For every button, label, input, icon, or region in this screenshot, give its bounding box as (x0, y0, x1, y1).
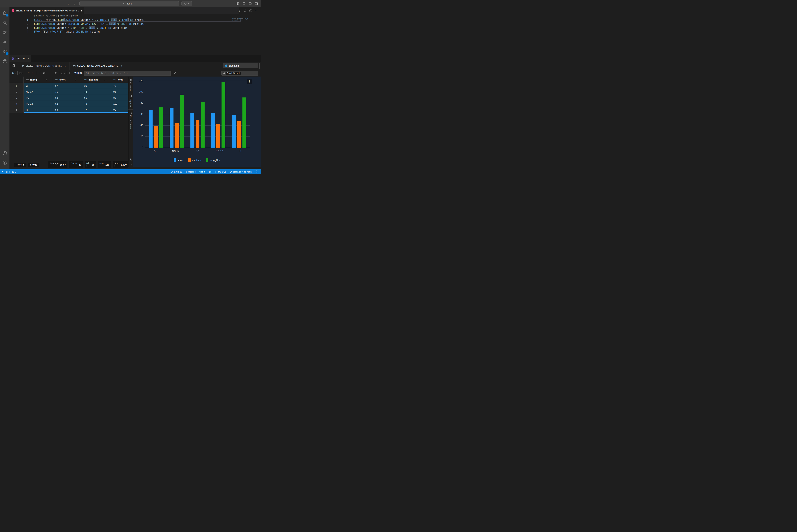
undo-button[interactable]: ↶ (26, 71, 31, 75)
table-row[interactable]: 4PG-136243118 (10, 101, 128, 107)
column-menu-icon[interactable]: ⋮ (107, 78, 109, 81)
column-header-rating[interactable]: abcrating⋮ (23, 77, 53, 83)
sidebar-item-explorer[interactable]: 1 (1, 9, 9, 17)
funnel-icon[interactable] (45, 78, 47, 81)
export-button[interactable] (68, 71, 72, 75)
codelens-database[interactable]: sakila.db (58, 15, 68, 17)
copilot-button[interactable] (181, 1, 192, 6)
database-selector[interactable]: sakila.db (223, 63, 258, 68)
table-cell[interactable]: 118 (111, 101, 128, 107)
bell-icon[interactable] (255, 170, 258, 173)
code-editor[interactable]: 1SELECT rating, SUM(CASE WHEN length < 9… (10, 18, 260, 55)
add-row-button[interactable]: + (38, 71, 42, 75)
tab-export-share[interactable]: Export / Share (128, 110, 133, 131)
cursor-position[interactable]: Ln 1, Col 52 (171, 171, 182, 173)
sidebar-item-database[interactable] (1, 57, 9, 65)
panel-tab-dbcode[interactable]: DBCode ✕ (10, 55, 31, 62)
table-cell[interactable]: R (23, 107, 53, 113)
codelens-explain[interactable]: Explain (46, 15, 55, 17)
table-cell[interactable]: 39 (82, 83, 111, 89)
table-cell[interactable]: 95 (111, 89, 128, 95)
table-cell[interactable]: NC-17 (23, 89, 53, 95)
sql-filter-input[interactable] (84, 71, 171, 76)
toggle-secondary-sidebar-icon[interactable] (255, 2, 258, 5)
table-cell[interactable]: PG (23, 95, 53, 101)
funnel-icon[interactable] (74, 78, 76, 81)
duplicate-row-button[interactable] (42, 71, 47, 75)
split-editor-icon[interactable] (249, 9, 252, 12)
filter-button[interactable] (173, 71, 177, 75)
panel-more-icon[interactable]: ⋯ (254, 55, 260, 62)
db-connection[interactable]: sakila.db › main (230, 170, 252, 173)
table-cell[interactable]: G (23, 83, 53, 89)
command-center-search[interactable] (79, 1, 179, 6)
collapse-icon[interactable] (130, 164, 132, 166)
encoding[interactable]: UTF-8 (199, 171, 205, 173)
language-mode[interactable]: { }MS SQL (215, 171, 226, 173)
code-line[interactable]: 1SELECT rating, SUM(CASE WHEN length < 9… (10, 18, 260, 22)
codelens-execute[interactable]: ▷Execute (34, 15, 44, 17)
table-cell[interactable]: 58 (53, 107, 82, 113)
delete-row-button[interactable]: − (47, 71, 51, 75)
table-cell[interactable]: 47 (82, 107, 111, 113)
table-cell[interactable]: 82 (111, 95, 128, 101)
row-number[interactable]: 1 (10, 83, 23, 89)
indentation[interactable]: Spaces: 4 (186, 171, 196, 173)
table-cell[interactable]: 67 (53, 83, 82, 89)
codelens-branch[interactable]: main (71, 15, 78, 17)
row-number[interactable]: 4 (10, 101, 23, 107)
row-number[interactable]: 2 (10, 89, 23, 95)
sidebar-item-extensions[interactable]: 1 (1, 48, 9, 56)
back-button[interactable]: ← (67, 2, 71, 5)
table-row[interactable]: 1G673972 (10, 83, 128, 89)
more-actions-icon[interactable]: ⋯ (255, 9, 258, 12)
table-cell[interactable]: 71 (53, 89, 82, 95)
column-header-medium[interactable]: abcmedium⋮ (82, 77, 111, 83)
problems-indicator[interactable]: 0 0 (6, 171, 16, 173)
sparkle-icon[interactable] (129, 158, 132, 161)
result-tab-1[interactable]: SELECT rating, COUNT(*) as fil... · 5 (18, 62, 69, 70)
editor-tab-active[interactable]: SELECT rating, SUM(CASE WHEN length < 90… (10, 7, 85, 14)
account-button[interactable] (1, 149, 9, 157)
relations-button[interactable] (54, 71, 58, 75)
column-menu-icon[interactable]: ⋮ (78, 78, 80, 81)
tab-columns[interactable]: Columns (128, 77, 133, 93)
table-cell[interactable]: 72 (111, 83, 128, 89)
chart-button[interactable] (61, 71, 65, 75)
modified-dot-icon[interactable]: ● (80, 9, 82, 12)
table-cell[interactable]: 90 (111, 107, 128, 113)
table-row[interactable]: 5R584790 (10, 107, 128, 113)
scrollbar-thumb[interactable] (259, 63, 260, 69)
result-tab-2[interactable]: SELECT rating, SUM(CASE WHEN l... · 5 (69, 62, 126, 70)
table-cell[interactable]: 62 (53, 101, 82, 107)
toggle-panel-icon[interactable] (249, 2, 252, 5)
close-icon[interactable]: ✕ (27, 57, 30, 60)
info-icon[interactable] (243, 9, 247, 12)
tab-inspector[interactable]: Inspector (128, 93, 133, 110)
column-header-short[interactable]: abcshort⋮ (53, 77, 82, 83)
run-query-icon[interactable]: ▷ (239, 9, 241, 12)
column-header-long[interactable]: abclong_ (111, 77, 128, 83)
forward-button[interactable]: → (71, 2, 76, 5)
remote-indicator-icon[interactable]: >< (2, 171, 3, 173)
column-menu-icon[interactable]: ⋮ (49, 78, 51, 81)
sidebar-item-source-control[interactable] (1, 28, 9, 37)
customize-layout-icon[interactable] (236, 2, 239, 5)
table-row[interactable]: 2NC-17714495 (10, 89, 128, 95)
sidebar-item-run-debug[interactable] (1, 38, 9, 46)
eol[interactable]: LF (209, 171, 212, 173)
table-cell[interactable]: 44 (82, 89, 111, 95)
settings-button[interactable] (1, 159, 9, 167)
table-cell[interactable]: PG-13 (23, 101, 53, 107)
table-row[interactable]: 3PG625082 (10, 95, 128, 101)
funnel-icon[interactable] (103, 78, 106, 81)
table-cell[interactable]: 50 (82, 95, 111, 101)
toggle-sidebar-icon[interactable] (242, 2, 246, 5)
code-line[interactable]: 4FROM film GROUP BY rating ORDER BY rati… (10, 30, 260, 34)
refresh-button[interactable]: ↻ (12, 71, 16, 75)
chart-more-icon[interactable]: ⋮ (256, 79, 258, 83)
row-number[interactable]: 3 (10, 95, 23, 101)
code-line[interactable]: 3SUM(CASE WHEN length > 120 THEN 1 ELSE … (10, 26, 260, 30)
quick-search-input[interactable]: Quick Search (221, 71, 258, 76)
sidebar-item-search[interactable] (1, 19, 9, 27)
